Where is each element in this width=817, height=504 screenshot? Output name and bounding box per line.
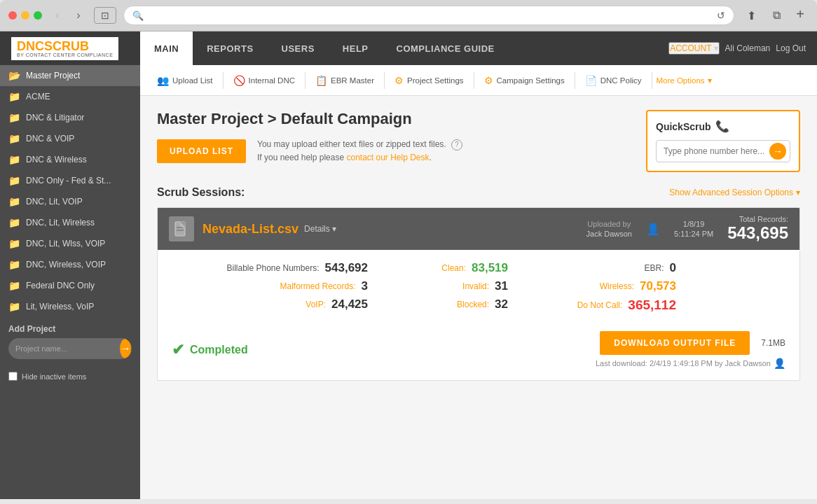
folder-icon: 📁 [8,112,20,123]
svg-rect-1 [177,230,184,231]
address-bar[interactable]: 🔍 ↺ [123,6,734,25]
content-wrapper: 📂 Master Project 📁 ACME 📁 DNC & Litigato… [0,65,817,499]
ebr-master-button[interactable]: 📋 EBR Master [310,71,380,90]
project-settings-icon: ⚙ [394,75,404,86]
traffic-lights [8,11,42,20]
malformed-label: Malformed Records: [237,281,356,291]
upload-list-label: Upload List [172,76,213,85]
internal-dnc-button[interactable]: 🚫 Internal DNC [228,71,301,90]
forward-button[interactable]: › [70,7,87,24]
session-footer-right: DOWNLOAD OUTPUT FILE 7.1MB Last download… [596,331,785,369]
hide-inactive-label: Hide inactive items [22,372,86,381]
sidebar-item-lit-wireless-voip[interactable]: 📁 Lit, Wireless, VoIP [0,296,140,317]
show-advanced-button[interactable]: Show Advanced Session Options ▾ [669,188,800,197]
session-header: Nevada-List.csv Details ▾ Uploaded by Ja… [158,208,799,250]
total-records-label: Total Records: [739,215,788,223]
invalid-value: 31 [495,279,508,293]
tab-users[interactable]: USERS [268,31,329,65]
logo-sub: BY CONTACT CENTER COMPLIANCE [17,52,113,57]
sidebar-item-dnc-voip[interactable]: 📁 DNC & VOIP [0,128,140,149]
wireless-value: 70,573 [640,279,676,293]
uploaded-by-group: Uploaded by Jack Dawson [586,220,632,238]
toolbar-separator [474,72,474,89]
account-button[interactable]: ACCOUNT ▾ [668,42,719,55]
help-desk-link[interactable]: contact our Help Desk [346,153,429,162]
sidebar-item-dnc-wireless[interactable]: 📁 DNC & Wireless [0,149,140,170]
logout-link[interactable]: Log Out [776,43,806,53]
download-output-button[interactable]: DOWNLOAD OUTPUT FILE [600,331,750,355]
sidebar-item-dnc-lit-wlss-voip[interactable]: 📁 DNC, Lit, Wlss, VOIP [0,233,140,254]
quickscrub-submit-button[interactable]: → [769,143,786,160]
more-options-button[interactable]: More Options ▾ [657,76,712,85]
dnc-policy-button[interactable]: 📄 DNC Policy [579,71,647,90]
upload-list-main-button[interactable]: UPLOAD LIST [157,139,246,163]
folder-icon: 📁 [8,154,20,165]
back-button[interactable]: ‹ [49,7,66,24]
sidebar-item-federal-dnc-only[interactable]: 📁 Federal DNC Only [0,275,140,296]
minimize-button[interactable] [21,11,29,20]
folder-icon: 📁 [8,238,20,249]
chevron-down-icon: ▾ [796,188,800,197]
toolbar-separator [305,72,305,89]
sidebar: 📂 Master Project 📁 ACME 📁 DNC & Litigato… [0,65,140,499]
tab-help[interactable]: HELP [329,31,383,65]
upload-hint: You may upload either text files or zipp… [257,138,462,164]
last-download-text: Last download: 2/4/19 1:49:18 PM by Jack… [596,359,771,368]
page-content: Master Project > Default Campaign UPLOAD… [140,96,817,499]
blocked-value: 32 [495,298,508,312]
project-settings-button[interactable]: ⚙ Project Settings [389,71,469,90]
upload-list-button[interactable]: 👥 Upload List [151,71,219,90]
tab-reports[interactable]: REPORTS [193,31,267,65]
new-tab-button[interactable]: + [792,6,809,22]
sidebar-item-acme[interactable]: 📁 ACME [0,86,140,107]
ebr-value: 0 [670,261,676,275]
campaign-settings-button[interactable]: ⚙ Campaign Settings [479,71,570,90]
project-input-wrapper: → [8,338,132,359]
completed-badge: ✔ Completed [172,341,248,359]
sidebar-item-dnc-lit-wireless[interactable]: 📁 DNC, Lit, Wireless [0,212,140,233]
last-download: Last download: 2/4/19 1:49:18 PM by Jack… [596,358,785,369]
dnc-policy-label: DNC Policy [600,76,642,85]
project-submit-button[interactable]: → [120,339,131,358]
browser-chrome: ‹ › ⊡ 🔍 ↺ ⬆ ⧉ + [0,0,817,31]
folder-icon: 📁 [8,133,20,144]
campaign-settings-icon: ⚙ [484,75,493,86]
billable-stat: Billable Phone Numbers: 543,692 [172,261,368,275]
folder-icon: 📁 [8,259,20,270]
share-button[interactable]: ⬆ [741,6,761,25]
folder-icon: 📁 [8,175,20,186]
wireless-label: Wireless: [571,281,634,291]
billable-label: Billable Phone Numbers: [200,263,320,273]
maximize-button[interactable] [34,11,42,20]
close-button[interactable] [8,11,17,20]
hide-inactive-checkbox[interactable] [8,372,18,381]
project-name-input[interactable] [8,341,119,356]
scrub-sessions-header: Scrub Sessions: Show Advanced Session Op… [157,186,800,199]
main-content: 👥 Upload List 🚫 Internal DNC 📋 EBR Maste… [140,65,817,499]
qs-input-wrapper: → [656,140,790,162]
voip-value: 24,425 [331,298,368,312]
sidebar-item-dnc-litigator[interactable]: 📁 DNC & Litigator [0,107,140,128]
sidebar-item-dnc-fed-st[interactable]: 📁 DNC Only - Fed & St... [0,170,140,191]
details-button[interactable]: Details ▾ [304,224,336,234]
tab-compliance[interactable]: COMPLIANCE GUIDE [383,31,509,65]
folder-icon: 📁 [8,196,20,207]
sidebar-item-label: DNC & Litigator [26,113,84,122]
ebr-label: EBR: [601,263,664,273]
uploaded-by-value: Jack Dawson [586,230,632,238]
browser-toolbar-icons: ⬆ ⧉ + [741,6,809,25]
sidebar-item-dnc-wireless-voip[interactable]: 📁 DNC, Wireless, VOIP [0,254,140,275]
sidebar-item-label: DNC, Lit, Wlss, VOIP [26,239,105,248]
page-header-left: Master Project > Default Campaign UPLOAD… [157,110,632,164]
tab-main[interactable]: MAIN [140,31,193,65]
tabs-button[interactable]: ⧉ [767,6,786,25]
total-records: Total Records: 543,695 [727,215,788,243]
sidebar-item-dnc-lit-voip[interactable]: 📁 DNC, Lit, VOIP [0,191,140,212]
project-settings-label: Project Settings [407,76,464,85]
reload-button[interactable]: ↺ [717,10,725,21]
invalid-label: Invalid: [447,281,489,291]
sidebar-item-label: ACME [26,92,50,102]
sidebar-item-master-project[interactable]: 📂 Master Project [0,65,140,86]
view-button[interactable]: ⊡ [94,7,116,24]
help-icon[interactable]: ? [451,139,462,150]
